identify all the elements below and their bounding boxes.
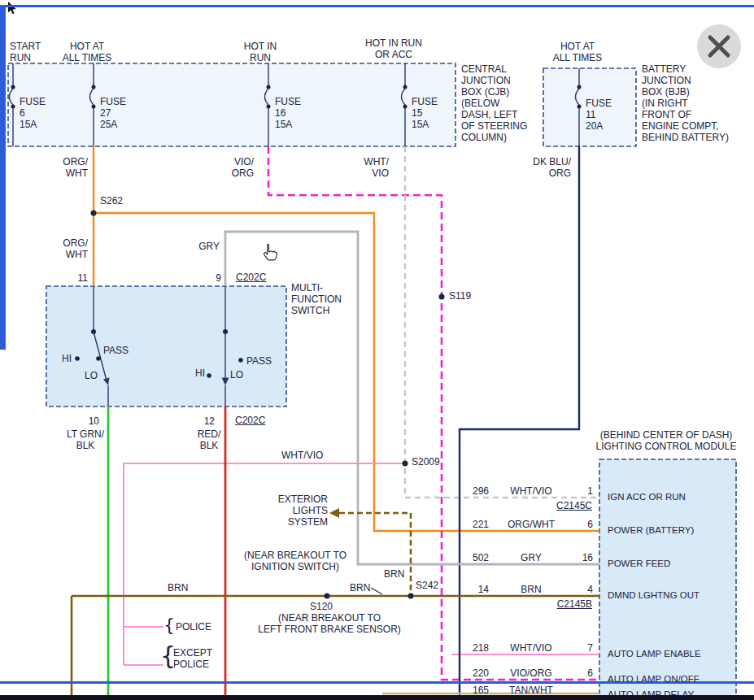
module-row: 221ORG/WHT6 bbox=[458, 519, 593, 530]
module-row: 220VIO/ORG6 bbox=[458, 667, 593, 679]
wire-label-org-wht-upper: ORG/ WHT bbox=[49, 156, 88, 179]
splice-label-s2009: S2009 bbox=[412, 456, 440, 467]
window-bottom-bar bbox=[0, 695, 754, 700]
exterior-lights-note: EXTERIOR LIGHTS SYSTEM bbox=[271, 493, 328, 528]
module-row: 218WHT/VIO7 bbox=[458, 642, 593, 654]
power-label-hot-in-run-or-acc: HOT IN RUN OR ACC bbox=[360, 37, 427, 60]
wire-label-org-wht-lower: ORG/ WHT bbox=[49, 237, 88, 260]
module-row: 502GRY16 bbox=[458, 552, 593, 563]
contact-pass-right: PASS bbox=[246, 355, 272, 367]
splice-s262 bbox=[91, 211, 97, 216]
hand-cursor-icon bbox=[264, 244, 277, 260]
wire-label-wht-vio: WHT/ VIO bbox=[350, 156, 389, 179]
police-label: POLICE bbox=[176, 621, 211, 633]
wire-label-wht-vio-mid: WHT/VIO bbox=[281, 450, 323, 461]
switch-pin-9: 9 bbox=[208, 272, 221, 284]
contact-hi-right: HI bbox=[187, 367, 205, 379]
multifunction-switch-box bbox=[46, 286, 286, 407]
fuse-label-27: FUSE2725A bbox=[100, 85, 126, 141]
wire-label-gry: GRY bbox=[197, 241, 220, 252]
module-row: 14BRN4 bbox=[458, 584, 593, 595]
splice-label-s120: S120 bbox=[310, 601, 333, 612]
module-function: AUTO LAMP ON/OFF bbox=[608, 674, 731, 685]
police-brace: { bbox=[163, 616, 175, 634]
except-police-label: EXCEPT POLICE bbox=[173, 647, 212, 670]
central-junction-box bbox=[8, 63, 455, 146]
module-function: POWER FEED bbox=[608, 559, 731, 569]
wire-wht-vio-dashed bbox=[405, 146, 599, 498]
contact-lo-right: LO bbox=[230, 369, 243, 380]
wire-label-red-blk: RED/ BLK bbox=[185, 428, 233, 451]
power-label-hot-in-run: HOT IN RUN bbox=[233, 41, 288, 63]
switch-pin-12: 12 bbox=[200, 415, 215, 427]
switch-pin-11: 11 bbox=[73, 272, 88, 284]
wire-label-brn-mid: BRN bbox=[350, 582, 370, 593]
brn-label-leader bbox=[371, 588, 382, 594]
splice-label-s119: S119 bbox=[449, 290, 471, 302]
module-location: (BEHIND CENTER OF DASH) LIGHTING CONTROL… bbox=[586, 429, 747, 452]
near-ignition-note: (NEAR BREAKOUT TO IGNITION SWITCH) bbox=[234, 550, 356, 572]
switch-title: MULTI- FUNCTION SWITCH bbox=[291, 282, 360, 316]
wire-label-lt-grn-blk: LT GRN/ BLK bbox=[60, 428, 111, 451]
wire-label-brn-upper: BRN bbox=[384, 568, 404, 580]
wiring-diagram-viewer: START RUN HOT AT ALL TIMES HOT IN RUN HO… bbox=[0, 0, 754, 700]
bjb-note: BATTERY JUNCTION BOX (BJB) (IN RIGHT FRO… bbox=[642, 63, 738, 143]
module-row: 165TAN/WHT bbox=[458, 685, 593, 696]
close-button[interactable] bbox=[697, 24, 741, 68]
connector-c2145b: C2145B bbox=[550, 598, 592, 610]
power-label-start-run: START RUN bbox=[10, 41, 52, 63]
splice-s2009 bbox=[403, 461, 408, 467]
switch-pin-10: 10 bbox=[85, 415, 99, 427]
splice-s120 bbox=[325, 593, 330, 599]
connector-c2145c: C2145C bbox=[550, 500, 592, 511]
wire-label-dk-blu-org: DK BLU/ ORG bbox=[521, 156, 571, 179]
module-function: POWER (BATTERY) bbox=[608, 525, 731, 536]
module-function: DMND LGHTNG OUT bbox=[608, 590, 731, 601]
cjb-note: CENTRAL JUNCTION BOX (CJB) (BELOW DASH, … bbox=[461, 63, 543, 143]
splice-s242 bbox=[408, 593, 414, 599]
fuse-label-11: FUSE1120A bbox=[586, 86, 612, 143]
module-function: IGN ACC OR RUN bbox=[608, 492, 731, 502]
splice-s119 bbox=[439, 294, 445, 300]
module-row: 296WHT/VIO1 bbox=[458, 485, 593, 497]
window-left-edge bbox=[0, 5, 6, 350]
power-label-hot-at-all-times-2: HOT AT ALL TIMES bbox=[550, 41, 605, 63]
exterior-lights-arrow bbox=[329, 508, 339, 518]
connector-c202c-top: C202C bbox=[236, 272, 266, 283]
splice-label-s262: S262 bbox=[100, 195, 123, 207]
wire-dk-blu-org bbox=[460, 146, 579, 700]
contact-pass-left: PASS bbox=[103, 345, 129, 356]
window-top-edge bbox=[0, 5, 754, 7]
contact-hi-left: HI bbox=[54, 353, 72, 364]
splice-label-s242: S242 bbox=[416, 580, 438, 591]
fuse-label-15: FUSE1515A bbox=[412, 85, 438, 141]
module-function: AUTO LAMP ENABLE bbox=[608, 649, 731, 659]
fuse-label-6: FUSE615A bbox=[20, 85, 46, 141]
wire-label-brn-left: BRN bbox=[168, 582, 188, 593]
fuse-label-16: FUSE1615A bbox=[275, 85, 301, 141]
connector-c202c-bottom: C202C bbox=[235, 415, 265, 426]
wire-label-vio-org: VIO/ ORG bbox=[215, 156, 254, 179]
contact-lo-left: LO bbox=[80, 370, 98, 381]
power-label-hot-at-all-times-1: HOT AT ALL TIMES bbox=[59, 41, 115, 63]
arrow-cursor-icon bbox=[8, 2, 16, 14]
near-brake-note: (NEAR BREAKOUT TO LEFT FRONT BRAKE SENSO… bbox=[249, 612, 410, 635]
